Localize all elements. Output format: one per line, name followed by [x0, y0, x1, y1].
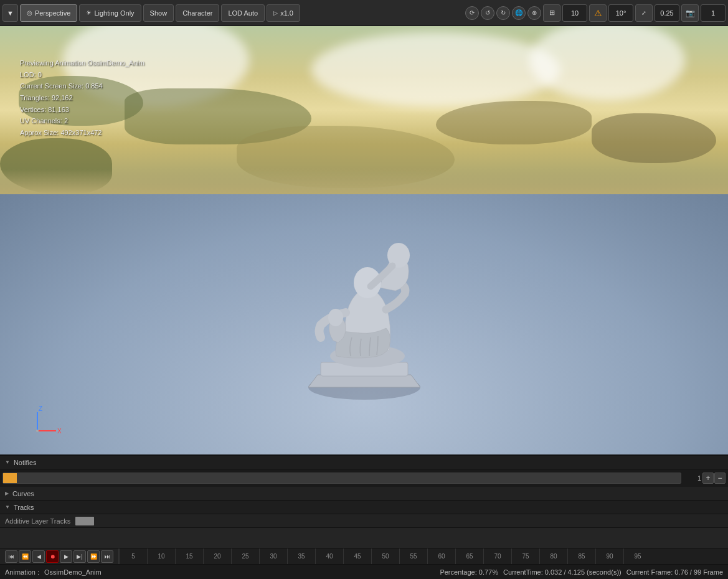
lod-button[interactable]: LOD Auto [221, 4, 265, 22]
angle-value[interactable]: 10° [608, 4, 633, 22]
playback-bar: ⏮ ⏪ ◀ ⏺ ▶ ▶| ⏩ ⏭ 51015202530354045505560… [0, 548, 728, 564]
frame-tick: 30 [259, 548, 287, 565]
scale-value[interactable]: 0.25 [655, 4, 679, 22]
info-line5: Vertices: 81,163 [20, 104, 144, 116]
timeline-controls: + − [702, 473, 726, 484]
frame-tick: 75 [511, 548, 539, 565]
curves-header[interactable]: ▶ Curves [0, 487, 728, 501]
notifies-header[interactable]: ▼ Notifies [0, 456, 728, 469]
svg-text:Z: Z [39, 406, 42, 412]
status-current-time: CurrentTime: 0.032 / 4.125 (second(s)) [503, 568, 622, 576]
frame-tick: 95 [623, 548, 651, 565]
statue-model [271, 182, 458, 406]
status-current-frame: Current Frame: 0.76 / 99 Frame [626, 568, 723, 576]
scale-button[interactable]: ▷ x1.0 [267, 4, 300, 22]
notifies-label: Notifies [14, 459, 37, 466]
rotate-icon[interactable]: ⟳ [465, 6, 479, 20]
playback-controls: ⏮ ⏪ ◀ ⏺ ▶ ▶| ⏩ ⏭ [0, 548, 119, 565]
step-back-button[interactable]: ◀ [32, 550, 45, 563]
frame-tick: 80 [539, 548, 567, 565]
dropdown-arrow: ▼ [7, 9, 14, 17]
lighting-only-button[interactable]: ☀ Lighting Only [79, 4, 141, 22]
timeline-plus[interactable]: + [702, 473, 714, 484]
camera-icon[interactable]: 📷 [681, 4, 699, 22]
svg-point-6 [328, 309, 343, 326]
viewport-dropdown[interactable]: ▼ [2, 4, 18, 22]
main-toolbar: ▼ ◎ Perspective ☀ Lighting Only Show Cha… [0, 0, 728, 26]
to-end-button[interactable]: ⏭ [101, 550, 113, 563]
svg-point-11 [36, 430, 39, 432]
frame-tick: 35 [287, 548, 315, 565]
additive-label: Additive Layer Tracks [5, 517, 70, 525]
animation-label: Animation : [5, 568, 39, 576]
info-line1: Previewing Animation OssimDemo_Anim [20, 57, 144, 69]
redo-icon[interactable]: ↻ [496, 6, 510, 20]
info-line4: Triangles: 92,162 [20, 92, 144, 104]
expand-icon[interactable]: ⤢ [635, 4, 653, 22]
status-bar: Animation : OssimDemo_Anim Percentage: 0… [0, 564, 728, 579]
timeline-minus[interactable]: − [714, 473, 726, 484]
tracks-box [75, 517, 94, 525]
viewport[interactable]: Previewing Animation OssimDemo_Anim LOD:… [0, 26, 728, 456]
timeline-bar[interactable] [2, 473, 681, 484]
frame-tick: 5 [119, 548, 147, 565]
frame-tick: 15 [175, 548, 203, 565]
info-line7: Approx Size: 492x371x472 [20, 127, 144, 139]
warning-icon[interactable]: ⚠ [589, 4, 607, 22]
frame-tick: 85 [567, 548, 595, 565]
curves-label: Curves [12, 490, 34, 497]
svg-marker-1 [308, 375, 420, 387]
perspective-label: Perspective [35, 9, 70, 17]
show-label: Show [150, 9, 168, 17]
toolbar-right: ⟳ ↺ ↻ 🌐 ⊕ ⊞ 10 ⚠ 10° ⤢ 0.25 📷 1 [465, 4, 726, 22]
curves-arrow: ▶ [5, 491, 9, 496]
lighting-label: Lighting Only [94, 9, 134, 17]
frame-tick: 20 [203, 548, 231, 565]
additive-tracks-row: Additive Layer Tracks [0, 514, 728, 528]
info-overlay: Previewing Animation OssimDemo_Anim LOD:… [20, 57, 144, 139]
perspective-button[interactable]: ◎ Perspective [20, 4, 77, 22]
frame-tick: 70 [483, 548, 511, 565]
frame-tick: 50 [371, 548, 399, 565]
frame-tick: 45 [343, 548, 371, 565]
svg-text:X: X [57, 428, 62, 435]
record-button[interactable]: ⏺ [46, 550, 59, 563]
fov-value[interactable]: 10 [562, 4, 587, 22]
info-line2: LOD: 0 [20, 69, 144, 81]
frame-numbers: 5101520253035404550556065707580859095 [119, 548, 728, 565]
animation-name: OssimDemo_Anim [44, 568, 102, 576]
grid-view-icon[interactable]: ⊞ [543, 4, 560, 22]
scale-label: x1.0 [280, 9, 293, 17]
tracks-arrow: ▼ [5, 504, 10, 510]
cam-num[interactable]: 1 [701, 4, 726, 22]
timeline-track[interactable]: 1 + − [0, 469, 728, 487]
frame-tick: 90 [595, 548, 623, 565]
lod-label: LOD Auto [228, 9, 258, 17]
character-button[interactable]: Character [176, 4, 219, 22]
status-percentage: Percentage: 0.77% [440, 568, 498, 576]
bottom-panel: ▼ Notifies 1 + − ▶ Curves ▼ Tracks Addit… [0, 454, 728, 579]
frame-tick: 65 [455, 548, 483, 565]
timeline-number: 1 [683, 474, 701, 482]
axis-gizmo: Z X [25, 406, 62, 443]
info-line3: Current Screen Size: 0.854 [20, 80, 144, 92]
tracks-label: Tracks [14, 504, 34, 511]
to-start-button[interactable]: ⏮ [5, 550, 17, 563]
next-frame-button[interactable]: ⏩ [87, 550, 100, 563]
play-button[interactable]: ▶ [60, 550, 72, 563]
info-line6: UV Channels: 2 [20, 115, 144, 127]
undo-icon[interactable]: ↺ [481, 6, 494, 20]
prev-frame-button[interactable]: ⏪ [19, 550, 31, 563]
frame-tick: 55 [399, 548, 427, 565]
grid-icon[interactable]: ⊕ [527, 6, 541, 20]
step-forward-button[interactable]: ▶| [73, 550, 86, 563]
frame-tick: 60 [427, 548, 455, 565]
frame-tick: 25 [231, 548, 259, 565]
tracks-header[interactable]: ▼ Tracks [0, 501, 728, 514]
notifies-arrow: ▼ [5, 459, 10, 465]
character-label: Character [182, 9, 212, 17]
show-button[interactable]: Show [143, 4, 174, 22]
globe-icon[interactable]: 🌐 [512, 6, 526, 20]
frame-tick: 40 [315, 548, 343, 565]
frame-tick: 10 [147, 548, 175, 565]
